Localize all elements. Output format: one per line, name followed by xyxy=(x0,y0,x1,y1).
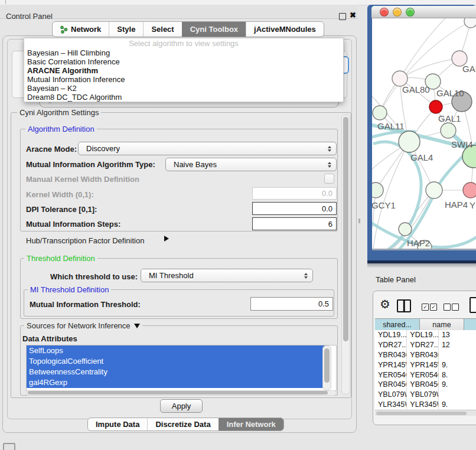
aracne-mode-combo[interactable]: Discovery xyxy=(78,142,337,155)
table-row[interactable]: YDL19...YDL19...13 xyxy=(375,330,476,340)
minimize-button[interactable] xyxy=(393,8,402,17)
data-attribute-item[interactable]: gal4RGexp xyxy=(27,377,325,388)
network-node[interactable] xyxy=(399,131,420,152)
split-columns-icon[interactable] xyxy=(397,299,411,312)
table-row[interactable]: YDR27...YDR27...12 xyxy=(375,340,476,350)
table-hscrollbar-thumb[interactable] xyxy=(376,412,467,415)
network-node[interactable] xyxy=(429,100,442,113)
mi-steps-label: Mutual Information Steps: xyxy=(26,220,120,229)
list-hscrollbar-thumb[interactable] xyxy=(28,391,328,394)
checkbox-unchecked-icon[interactable] xyxy=(444,304,451,311)
algorithm-option[interactable]: Mutual Information Inference xyxy=(24,75,343,84)
gear-icon[interactable]: ⚙ xyxy=(380,297,390,311)
float-window-icon[interactable] xyxy=(339,13,346,20)
data-attributes-list: SelfLoopsTopologicalCoefficientBetweenne… xyxy=(26,345,337,391)
file-icon[interactable] xyxy=(470,297,476,313)
table-cell: YER054C xyxy=(375,370,407,380)
tab-label: Style xyxy=(117,25,135,34)
table-column-header[interactable]: shared... xyxy=(375,319,420,330)
tab-select[interactable]: Select xyxy=(143,22,181,37)
tab-label: Network xyxy=(71,25,101,34)
tab-impute-data[interactable]: Impute Data xyxy=(88,418,147,431)
table-cell: YER054C xyxy=(407,370,439,380)
network-window-drop-shadow xyxy=(367,263,476,268)
settings-scrollbar-track[interactable] xyxy=(341,115,350,394)
table-cell: YPR145W xyxy=(375,360,407,370)
sources-title[interactable]: Sources for Network Inference xyxy=(24,321,142,330)
algorithm-option[interactable]: Bayesian – Hill Climbing xyxy=(24,48,343,57)
table-hscrollbar-track[interactable] xyxy=(375,410,476,416)
collapsed-panel-button[interactable] xyxy=(3,443,15,450)
algorithm-options: Bayesian – Hill ClimbingBasic Correlatio… xyxy=(24,48,343,102)
table-row[interactable]: YBR045CYBR045C9. xyxy=(375,380,476,390)
control-panel-tabbar: NetworkStyleSelectCyni ToolboxjActiveMNo… xyxy=(52,21,324,37)
table-row[interactable]: YBR043CYBR043C xyxy=(375,350,476,360)
network-canvas[interactable]: GALGAL80GAL10GAL1GAL11SWI4GAL4GCY1HAP4YH… xyxy=(372,18,476,249)
data-attribute-item[interactable]: SelfLoops xyxy=(27,345,325,356)
table-column-header[interactable] xyxy=(464,319,476,330)
mi-type-combo[interactable]: Naive Bayes xyxy=(165,158,337,171)
network-graph: GALGAL80GAL10GAL1GAL11SWI4GAL4GCY1HAP4YH… xyxy=(372,18,476,249)
table-cell xyxy=(439,390,476,400)
data-attribute-item[interactable]: TopologicalCoefficient xyxy=(27,356,325,367)
list-scrollbar-thumb[interactable] xyxy=(324,348,330,383)
tab-discretize-data[interactable]: Discretize Data xyxy=(147,418,218,431)
close-icon[interactable]: ✖ xyxy=(350,11,356,19)
settings-scrollbar-thumb[interactable] xyxy=(343,117,348,341)
list-scrollbar-track[interactable] xyxy=(322,345,331,390)
which-threshold-label: Which threshold to use: xyxy=(50,272,138,281)
table-cell: YDL19... xyxy=(375,330,407,340)
close-button[interactable] xyxy=(380,8,389,17)
network-tab-icon xyxy=(60,25,68,34)
dpi-tolerance-field[interactable]: 0.0 xyxy=(252,202,337,215)
mi-steps-field[interactable]: 6 xyxy=(252,217,337,230)
panel-resize-handle[interactable] xyxy=(358,219,360,223)
checkbox-checked-icon[interactable]: ✓ xyxy=(430,304,437,311)
table-row[interactable]: YBL079WYBL079W xyxy=(375,390,476,400)
kernel-width-field[interactable]: 0.0 xyxy=(252,187,337,200)
data-attribute-item[interactable]: BetweennessCentrality xyxy=(27,367,325,377)
tab-cyni-toolbox[interactable]: Cyni Toolbox xyxy=(182,22,246,37)
network-node[interactable] xyxy=(373,106,387,120)
table-cell: 9. xyxy=(439,360,476,370)
network-node[interactable] xyxy=(464,18,476,28)
table-row[interactable]: YPR145WYPR145W9. xyxy=(375,360,476,370)
table-cell: YDL19... xyxy=(407,330,439,340)
zoom-button[interactable] xyxy=(406,8,415,17)
tab-style[interactable]: Style xyxy=(109,22,143,37)
checkbox-checked-icon[interactable]: ✓ xyxy=(422,304,429,311)
network-node[interactable] xyxy=(426,182,442,198)
which-threshold-combo[interactable]: MI Threshold xyxy=(141,269,313,282)
network-window-titlebar[interactable] xyxy=(371,6,476,18)
tab-network[interactable]: Network xyxy=(53,22,109,37)
apply-button[interactable]: Apply xyxy=(160,399,203,413)
mi-threshold-definition-title: MI Threshold Definition xyxy=(28,285,111,294)
algorithm-option[interactable]: Basic Correlation Inference xyxy=(24,57,343,66)
tab-label: Impute Data xyxy=(96,420,139,429)
algorithm-option[interactable]: ARACNE Algorithm xyxy=(24,66,343,75)
expand-arrow-icon[interactable] xyxy=(164,236,169,242)
network-node[interactable] xyxy=(441,123,456,138)
algorithm-option[interactable]: Dream8 DC_TDC Algorithm xyxy=(24,93,343,102)
list-hscrollbar-track[interactable] xyxy=(26,390,337,396)
network-node[interactable] xyxy=(463,182,476,198)
bottom-tabbar: Impute DataDiscretize DataInfer Network xyxy=(87,418,284,431)
hub-section-label[interactable]: Hub/Transcription Factor Definition xyxy=(26,236,144,245)
table-cell: 13 xyxy=(439,330,476,340)
network-node[interactable] xyxy=(372,182,383,198)
network-node[interactable] xyxy=(399,223,412,236)
checkbox-unchecked-icon[interactable] xyxy=(452,304,459,311)
network-node-label: GAL10 xyxy=(436,88,464,98)
table-row[interactable]: YER054CYER054C8. xyxy=(375,370,476,380)
tab-jactivemnodules[interactable]: jActiveMNodules xyxy=(246,22,324,37)
table-panel: ⚙ ✓ ✓ shared...name YDL19...YDL19...13YD… xyxy=(373,291,476,425)
tab-infer-network[interactable]: Infer Network xyxy=(219,418,283,431)
manual-kernel-checkbox[interactable] xyxy=(324,174,334,184)
table-cell: YDR27... xyxy=(407,340,439,350)
mi-threshold-field[interactable]: 0.5 xyxy=(250,297,333,311)
tab-label: Select xyxy=(151,25,174,34)
kernel-width-label: Kernel Width (0,1): xyxy=(26,190,94,199)
algorithm-option[interactable]: Bayesian – K2 xyxy=(24,84,343,93)
table-row[interactable]: YLR345WYLR345W9. xyxy=(375,400,476,409)
table-column-header[interactable]: name xyxy=(420,319,464,330)
